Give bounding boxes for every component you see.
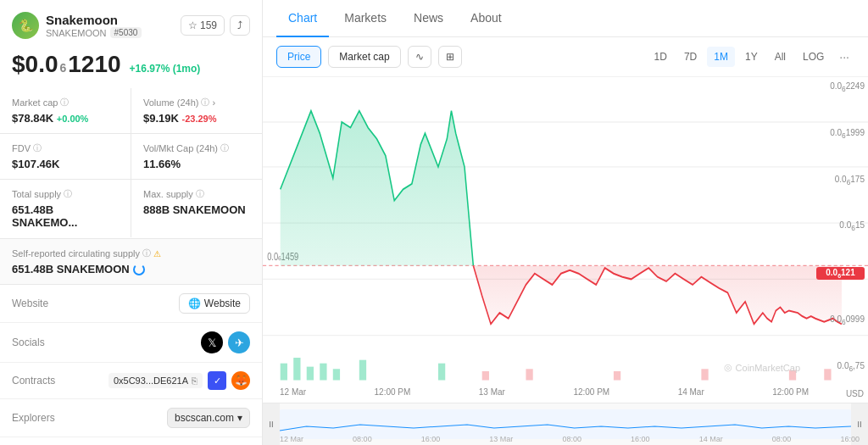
- svg-rect-11: [333, 369, 340, 380]
- coin-rank: #5030: [110, 27, 142, 38]
- max-supply-label: Max. supply: [143, 189, 193, 199]
- explorer-value: bscscan.com: [175, 412, 234, 424]
- star-button[interactable]: ☆ 159: [181, 15, 225, 36]
- market-cap-label: Market cap: [12, 97, 58, 108]
- x-label-2: 12:00 PM: [375, 387, 411, 397]
- time-1d[interactable]: 1D: [648, 47, 674, 67]
- share-icon: ⤴: [237, 19, 242, 31]
- mini-chart: ⏸ ⏸ 12 Mar 08:00 16:00 13 Mar 08:00 16:0…: [263, 403, 868, 445]
- max-supply-value: 888B SNAKEMOON: [143, 203, 250, 216]
- circulating-info-icon[interactable]: ⓘ: [142, 248, 151, 259]
- left-panel: 🐍 Snakemoon SNAKEMOON #5030 ☆ 159 ⤴: [0, 0, 263, 445]
- time-7d[interactable]: 7D: [677, 47, 704, 67]
- price-display: $0.061210 +16.97% (1mo): [12, 51, 250, 78]
- x-label-5: 14 Mar: [678, 387, 704, 397]
- top-nav: Chart Markets News About: [263, 0, 868, 37]
- more-options-button[interactable]: ···: [834, 47, 854, 67]
- volmkt-label: Vol/Mkt Cap (24h): [143, 143, 218, 153]
- y-label-3: 0.06175: [816, 175, 865, 186]
- copy-icon[interactable]: ⎘: [192, 375, 198, 386]
- telegram-icon[interactable]: ✈: [228, 331, 250, 353]
- mini-x-6: 16:00: [631, 435, 650, 443]
- volmkt-value: 11.66%: [143, 158, 250, 170]
- globe-icon: 🌐: [188, 298, 201, 309]
- website-button[interactable]: 🌐 Website: [179, 293, 250, 314]
- x-label-1: 12 Mar: [280, 387, 306, 397]
- volmkt-info-icon[interactable]: ⓘ: [220, 142, 229, 154]
- coin-symbol: SNAKEMOON: [46, 28, 107, 38]
- max-supply-cell: Max. supply ⓘ 888B SNAKEMOON: [131, 180, 262, 237]
- chart-area: 0.0₆1459: [263, 77, 868, 403]
- svg-rect-15: [526, 369, 532, 380]
- stats-grid: Market cap ⓘ $78.84K +0.00% Volume (24h)…: [0, 88, 262, 237]
- x-axis-labels: 12 Mar 12:00 PM 13 Mar 12:00 PM 14 Mar 1…: [280, 381, 809, 403]
- y-axis-labels: 0.062249 0.061999 0.06175 0.0615 0.06121…: [813, 77, 868, 377]
- circulating-section: Self-reported circulating supply ⓘ ⚠ 651…: [0, 238, 262, 284]
- explorers-row: Explorers bscscan.com ▾: [0, 399, 262, 437]
- mini-x-7: 14 Mar: [699, 435, 723, 443]
- time-1m[interactable]: 1M: [707, 47, 735, 67]
- time-all[interactable]: All: [768, 47, 793, 67]
- total-supply-info-icon[interactable]: ⓘ: [64, 188, 72, 200]
- time-1y[interactable]: 1Y: [738, 47, 765, 67]
- volume-info-icon[interactable]: ⓘ: [201, 97, 209, 108]
- contract-addr-text: 0x5C93...DE621A: [114, 375, 188, 386]
- tab-chart[interactable]: Chart: [276, 0, 329, 37]
- info-rows: Website 🌐 Website Socials 𝕏 ✈ Contracts: [0, 284, 262, 445]
- contracts-label: Contracts: [12, 375, 80, 387]
- marketcap-button[interactable]: Market cap: [328, 46, 400, 68]
- star-count: 159: [200, 19, 217, 31]
- mini-x-4: 13 Mar: [489, 435, 513, 443]
- total-supply-label: Total supply: [12, 189, 61, 199]
- market-cap-change: +0.00%: [57, 114, 89, 124]
- candle-chart-icon-button[interactable]: ⊞: [438, 46, 462, 68]
- chevron-down-icon: ▾: [237, 412, 242, 424]
- svg-rect-12: [359, 360, 366, 381]
- shield-icon[interactable]: ✓: [208, 371, 226, 390]
- volmkt-cell: Vol/Mkt Cap (24h) ⓘ 11.66%: [131, 134, 262, 179]
- right-panel: Chart Markets News About Price Market ca…: [263, 0, 868, 445]
- volume-value: $9.19K: [143, 112, 179, 125]
- market-cap-info-icon[interactable]: ⓘ: [60, 97, 69, 108]
- mini-scroll-left[interactable]: ⏸: [263, 403, 280, 445]
- mini-x-9: 16:00: [840, 435, 860, 443]
- max-supply-info-icon[interactable]: ⓘ: [196, 188, 204, 200]
- price-change: +16.97% (1mo): [130, 63, 201, 75]
- y-label-5: 0.060999: [816, 314, 865, 326]
- circulating-value: 651.48B SNAKEMOON: [12, 263, 130, 275]
- star-icon: ☆: [188, 19, 198, 31]
- svg-rect-17: [701, 369, 708, 380]
- volume-label: Volume (24h): [143, 97, 198, 108]
- x-label-3: 13 Mar: [479, 387, 505, 397]
- coin-header: 🐍 Snakemoon SNAKEMOON #5030 ☆ 159 ⤴: [0, 0, 262, 46]
- tab-news[interactable]: News: [402, 0, 455, 37]
- volume-cell: Volume (24h) ⓘ › $9.19K -23.29%: [131, 88, 262, 133]
- fdv-value: $107.46K: [12, 158, 119, 170]
- fdv-label: FDV: [12, 143, 31, 153]
- volume-change: -23.29%: [182, 114, 217, 124]
- line-chart-icon-button[interactable]: ∿: [408, 46, 431, 68]
- time-log[interactable]: LOG: [796, 47, 831, 67]
- mini-x-1: 12 Mar: [280, 435, 303, 443]
- y-label-4: 0.0615: [816, 220, 865, 232]
- explorers-label: Explorers: [12, 412, 80, 424]
- tab-markets[interactable]: Markets: [332, 0, 398, 37]
- twitter-icon[interactable]: 𝕏: [201, 331, 223, 353]
- watermark-icon: ◎: [724, 362, 732, 373]
- socials-label: Socials: [12, 337, 80, 348]
- website-row: Website 🌐 Website: [0, 285, 262, 323]
- tab-about[interactable]: About: [459, 0, 514, 37]
- price-button[interactable]: Price: [276, 46, 321, 68]
- svg-rect-13: [438, 364, 445, 381]
- fdv-cell: FDV ⓘ $107.46K: [0, 134, 131, 179]
- share-button[interactable]: ⤴: [230, 15, 250, 36]
- website-label: Website: [12, 298, 80, 309]
- fdv-info-icon[interactable]: ⓘ: [33, 142, 42, 154]
- circulating-warn-icon[interactable]: ⚠: [153, 249, 161, 259]
- volume-expand-icon[interactable]: ›: [212, 97, 215, 108]
- watermark-text: CoinMarketCap: [736, 363, 800, 373]
- fox-icon[interactable]: 🦊: [231, 371, 250, 390]
- explorer-button[interactable]: bscscan.com ▾: [167, 408, 250, 428]
- coin-name: Snakemoon: [46, 13, 142, 27]
- mini-x-8: 08:00: [772, 435, 792, 443]
